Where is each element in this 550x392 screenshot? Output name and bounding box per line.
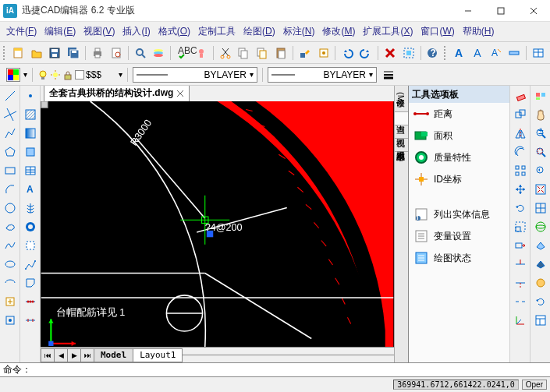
stretch-tool[interactable] — [512, 237, 529, 254]
table-tool[interactable] — [22, 162, 39, 179]
print-preview-button[interactable] — [108, 44, 125, 62]
text-style-a2[interactable]: A — [469, 44, 486, 62]
zoom-previous-tool[interactable] — [532, 162, 549, 179]
palette-tab-3dorbit[interactable]: 三维动态观察 — [395, 139, 408, 152]
text-annotation-icon[interactable]: A — [488, 44, 505, 62]
print-button[interactable] — [89, 44, 106, 62]
palette-item-setvar[interactable]: 变量设置 — [409, 225, 509, 247]
polyline-tool[interactable] — [2, 125, 19, 142]
table-style-icon[interactable] — [530, 44, 547, 62]
offset-tool[interactable] — [512, 143, 529, 161]
palette-item-list[interactable]: i 列出实体信息 — [409, 203, 509, 225]
3dpoly-tool[interactable] — [22, 256, 39, 273]
mtext-tool[interactable]: A — [22, 181, 39, 198]
coordinate-display[interactable]: 369941.6712,661422.0241,0 — [393, 380, 519, 390]
menu-annotate[interactable]: 标注(N) — [280, 23, 318, 40]
tab-next-button[interactable]: ▶ — [67, 348, 81, 362]
undo-button[interactable] — [339, 44, 356, 62]
circle-tool[interactable] — [2, 200, 19, 217]
tab-first-button[interactable]: ⏮ — [41, 348, 55, 362]
zoom-window-tool[interactable] — [532, 143, 549, 161]
menu-modify[interactable]: 修改(M) — [319, 23, 358, 40]
menu-edit[interactable]: 编辑(E) — [41, 23, 79, 40]
menu-extend-tools[interactable]: 扩展工具(X) — [360, 23, 416, 40]
find-button[interactable] — [132, 44, 149, 62]
named-views-tool[interactable] — [532, 87, 549, 104]
menu-format[interactable]: 格式(O) — [155, 23, 193, 40]
viewport-tool[interactable] — [532, 200, 549, 217]
palette-item-area[interactable]: 面积 — [409, 125, 509, 147]
text-style-a1[interactable]: A — [450, 44, 467, 62]
palette-tab-modify[interactable]: 修改(M) — [395, 86, 408, 112]
menu-file[interactable]: 文件(F) — [3, 23, 40, 40]
match-properties-button[interactable] — [296, 44, 314, 62]
render-tool[interactable] — [532, 274, 549, 291]
select-all-button[interactable] — [400, 44, 417, 62]
color-swatch[interactable] — [6, 68, 20, 82]
divide-tool[interactable] — [22, 293, 39, 310]
lineweight-dropdown[interactable]: BYLAYER ▾ — [268, 67, 377, 83]
help-button[interactable]: ? — [424, 44, 441, 62]
status-oper-button[interactable]: Oper — [522, 380, 547, 390]
regen-tool[interactable] — [532, 293, 549, 310]
paste-button[interactable] — [272, 44, 289, 62]
hatch-tool[interactable] — [22, 106, 39, 123]
scale-tool[interactable] — [512, 218, 529, 235]
3dorbit-tool[interactable] — [532, 218, 549, 235]
line-tool[interactable] — [2, 87, 19, 104]
polygon-tool[interactable] — [2, 143, 19, 161]
dim-style-icon[interactable] — [506, 44, 523, 62]
spline-tool[interactable] — [2, 237, 19, 254]
break-tool[interactable] — [512, 293, 529, 310]
arc-tool[interactable] — [2, 181, 19, 198]
palette-tab-inquiry[interactable]: 查询 — [395, 112, 408, 125]
lineweight-settings-icon[interactable] — [380, 66, 397, 83]
menu-insert[interactable]: 插入(I) — [119, 23, 153, 40]
minimize-button[interactable] — [452, 0, 484, 22]
block-button[interactable] — [315, 44, 332, 62]
menu-view[interactable]: 视图(V) — [80, 23, 118, 40]
palette-item-distance[interactable]: 距离 — [409, 103, 509, 125]
point-tool[interactable] — [22, 87, 39, 104]
boundary-tool[interactable] — [22, 274, 39, 291]
palette-tab-view[interactable]: 视图 — [395, 125, 408, 139]
linetype-dropdown[interactable]: BYLAYER ▾ — [133, 67, 257, 83]
copy-with-base-button[interactable] — [254, 44, 271, 62]
menu-window[interactable]: 窗口(W) — [417, 23, 457, 40]
tab-last-button[interactable]: ⏭ — [80, 348, 94, 362]
spellcheck-button[interactable]: ABC — [174, 44, 191, 62]
move-tool[interactable] — [512, 181, 529, 198]
new-file-button[interactable] — [9, 44, 27, 62]
shade-tool[interactable] — [532, 256, 549, 273]
layer-dropdown[interactable]: $$$ ▾ — [37, 69, 122, 80]
redo-button[interactable] — [357, 44, 374, 62]
drawing-canvas[interactable]: R3000 ?4@200 台帽配筋详见 1 — [41, 101, 394, 347]
properties-tool[interactable] — [532, 312, 549, 329]
menu-draw[interactable]: 绘图(D) — [240, 23, 279, 40]
save-all-button[interactable] — [65, 44, 82, 62]
command-line[interactable]: 命令： — [0, 362, 550, 376]
donut-tool[interactable] — [22, 218, 39, 235]
measure-tool[interactable] — [22, 312, 39, 329]
save-button[interactable] — [47, 44, 64, 62]
cut-button[interactable] — [217, 44, 234, 62]
make-block-tool[interactable] — [2, 312, 19, 329]
mirror-tool[interactable] — [512, 125, 529, 142]
toolbar-grip[interactable] — [3, 46, 6, 60]
audit-button[interactable] — [193, 44, 210, 62]
ucs-tool[interactable] — [512, 312, 529, 329]
delete-button[interactable] — [381, 44, 399, 62]
copy-button[interactable] — [236, 44, 253, 62]
array-tool[interactable] — [512, 162, 529, 179]
close-tab-icon[interactable] — [176, 90, 184, 97]
menu-help[interactable]: 帮助(H) — [460, 23, 498, 40]
extend-tool[interactable] — [512, 274, 529, 291]
region-tool[interactable] — [22, 143, 39, 161]
revcloud-tool[interactable] — [2, 218, 19, 235]
zoom-realtime-tool[interactable]: ± — [532, 125, 549, 142]
palette-item-massprop[interactable]: 质量特性 — [409, 147, 509, 168]
document-tab[interactable]: 全套古典拱桥的结构设计.dwg — [44, 86, 190, 101]
maximize-button[interactable] — [484, 0, 517, 22]
palette-header[interactable]: 工具选项板 — [409, 86, 509, 103]
trim-tool[interactable] — [512, 256, 529, 273]
